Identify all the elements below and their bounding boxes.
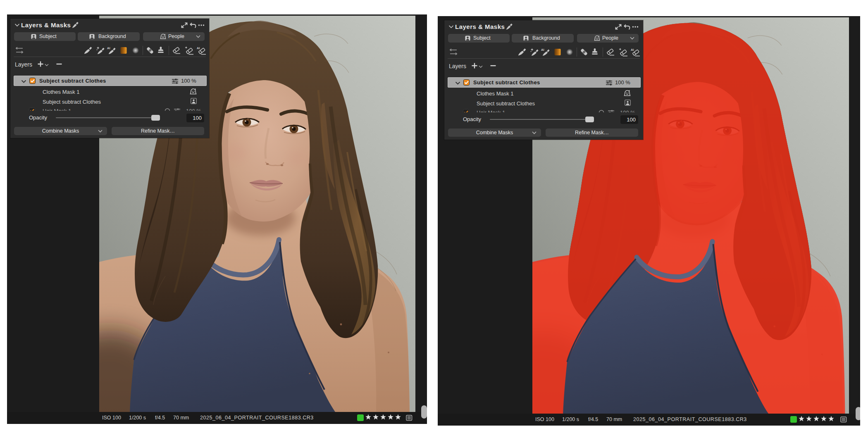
svg-text:AI: AI	[541, 48, 544, 52]
svg-text:AI: AI	[197, 46, 200, 50]
svg-text:AI: AI	[631, 48, 634, 51]
svg-text:AI: AI	[107, 46, 110, 50]
